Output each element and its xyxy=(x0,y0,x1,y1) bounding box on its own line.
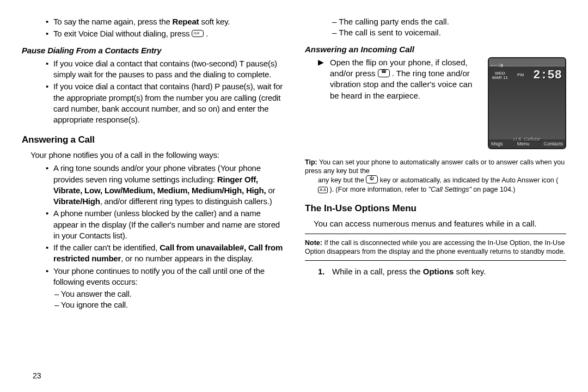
text: , or no number appears in the display. xyxy=(121,254,253,263)
bullet-item: •If you voice dial a contact that contai… xyxy=(46,81,283,125)
sub-item: – You answer the call. xyxy=(54,289,283,299)
pause-bullets: •If you voice dial a contact that contai… xyxy=(46,58,283,126)
sub-item: – The calling party ends the call. xyxy=(332,16,566,27)
phone-softkeys: Msgs Menu Contacts xyxy=(489,139,565,148)
intro-text: Your phone notifies you of a call in the… xyxy=(30,150,283,161)
phone-sk-mid: Menu xyxy=(517,140,530,147)
answer-bullets: • A ring tone sounds and/or your phone v… xyxy=(46,163,283,287)
note-label: Note: xyxy=(305,239,322,247)
incoming-block: ▪ ▫◦◦ ▯▮ WED MAR 11 PM 2:58 U.S. Cellula… xyxy=(305,57,566,152)
heading-answering-a-call: Answering a Call xyxy=(22,134,283,146)
tip-block: Tip: You can set your phone to automatic… xyxy=(305,158,566,194)
text: on page 104.) xyxy=(471,186,516,193)
horizontal-rule xyxy=(305,234,566,234)
step-arrow-item: ▶ Open the flip on your phone, if closed… xyxy=(318,57,482,101)
bullet-item: • A ring tone sounds and/or your phone v… xyxy=(46,163,283,207)
intro-text: You can access numerous menus and featur… xyxy=(314,218,566,229)
subheading-pause-dialing: Pause Dialing From a Contacts Entry xyxy=(22,45,283,56)
bullet-item: • If the caller can't be identified, Cal… xyxy=(46,242,283,265)
horizontal-rule xyxy=(305,260,566,261)
left-column: • To say the name again, press the Repea… xyxy=(22,16,283,376)
bullet-item: •Your phone continues to notify you of t… xyxy=(46,266,283,288)
phone-pm: PM xyxy=(517,72,524,78)
text: , and/or different ring types to disting… xyxy=(100,197,272,206)
text: You can set your phone to automatically … xyxy=(305,158,565,175)
phone-time: 2:58 xyxy=(533,68,562,84)
phone-status-bar: ▪ ▫◦◦ ▯▮ xyxy=(489,58,565,66)
sub-events: – You answer the call. – You ignore the … xyxy=(54,289,283,311)
text: soft key. xyxy=(199,17,230,26)
tip-label: Tip: xyxy=(305,158,317,166)
phone-screen-figure: ▪ ▫◦◦ ▯▮ WED MAR 11 PM 2:58 U.S. Cellula… xyxy=(488,57,566,149)
bold-text: Options xyxy=(423,267,454,276)
sub-item: – You ignore the call. xyxy=(54,299,283,310)
step-number: 1. xyxy=(318,266,332,277)
text: If the call is disconnected while you ar… xyxy=(305,239,565,255)
bullet-item: •A phone number (unless blocked by the c… xyxy=(46,208,283,241)
text: Your phone continues to notify you of th… xyxy=(53,266,283,288)
text: To exit Voice Dial without dialing, pres… xyxy=(53,29,192,38)
numbered-step: 1. While in a call, press the Options so… xyxy=(318,266,566,277)
bold-text: Repeat xyxy=(173,17,199,26)
heading-in-use-options: The In-Use Options Menu xyxy=(305,203,566,215)
text: If the caller can't be identified, xyxy=(53,243,160,252)
bullet-item: • To say the name again, press the Repea… xyxy=(46,16,283,27)
bold-text: Vibrate/High xyxy=(53,197,100,206)
text: While in a call, press the xyxy=(332,267,423,276)
text: To say the name again, press the xyxy=(53,17,173,26)
continued-sub-events: – The calling party ends the call. – The… xyxy=(332,16,566,39)
end-key-icon xyxy=(366,175,378,183)
sub-item: – The call is sent to voicemail. xyxy=(332,27,566,38)
top-bullets: • To say the name again, press the Repea… xyxy=(46,16,283,40)
auto-answer-icon: A A xyxy=(318,187,328,193)
text: ). (For more information, refer to xyxy=(328,186,428,193)
text: key or automatically, as indicated by th… xyxy=(378,176,558,184)
phone-day: WED MAR 11 xyxy=(492,71,508,80)
text: If you voice dial a contact that contain… xyxy=(53,58,283,81)
clr-key-icon xyxy=(192,30,204,37)
phone-sk-right: Contacts xyxy=(543,140,563,147)
right-column: – The calling party ends the call. – The… xyxy=(305,16,566,376)
arrow-icon: ▶ xyxy=(318,57,330,101)
text: or xyxy=(266,186,275,195)
talk-key-icon xyxy=(378,69,390,77)
reference-text: "Call Settings" xyxy=(428,186,471,193)
phone-sk-left: Msgs xyxy=(491,140,503,147)
bullet-item: •If you voice dial a contact that contai… xyxy=(46,58,283,81)
page-number: 23 xyxy=(33,371,41,380)
text: A phone number (unless blocked by the ca… xyxy=(53,208,283,241)
bullet-item: • To exit Voice Dial without dialing, pr… xyxy=(46,28,283,39)
note-block: Note: If the call is disconnected while … xyxy=(305,238,566,256)
text: soft key. xyxy=(454,267,486,276)
text: . xyxy=(204,29,208,38)
subheading-incoming-call: Answering an Incoming Call xyxy=(305,44,566,55)
text: If you voice dial a contact that contain… xyxy=(53,81,283,125)
